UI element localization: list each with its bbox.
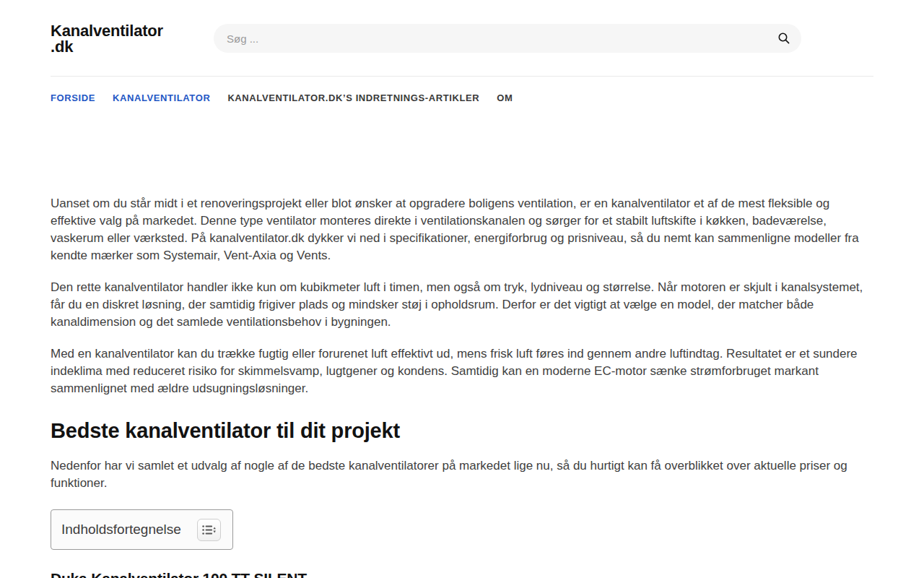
toc-toggle-button[interactable] [197, 519, 221, 541]
nav-item-forside[interactable]: FORSIDE [51, 92, 95, 103]
search-icon [777, 32, 790, 45]
toc-title: Indholdsfortegnelse [61, 522, 181, 538]
product-heading-duka-100-tt-silent: Duka Kanalventilator 100 TT SILENT [51, 570, 873, 578]
nav-item-om[interactable]: OM [497, 92, 513, 103]
search-input[interactable] [214, 24, 801, 53]
toc-toggle-icon [202, 525, 216, 535]
section-heading-bedste-kanalventilator: Bedste kanalventilator til dit projekt [51, 419, 873, 443]
nav-item-indretnings-artikler[interactable]: KANALVENTILATOR.DK’S INDRETNINGS-ARTIKLE… [227, 92, 479, 103]
section-intro-paragraph: Nedenfor har vi samlet et udvalg af nogl… [51, 457, 873, 492]
page-container: Kanalventilator .dk FORSIDE KANALVENTILA… [51, 0, 873, 578]
article-content: Uanset om du står midt i et renoveringsp… [51, 195, 873, 578]
search-form [214, 24, 801, 53]
intro-paragraph-2: Den rette kanalventilator handler ikke k… [51, 279, 873, 331]
search-button[interactable] [772, 27, 796, 50]
table-of-contents-box: Indholdsfortegnelse [51, 509, 233, 550]
intro-paragraph-3: Med en kanalventilator kan du trække fug… [51, 345, 873, 397]
main-nav: FORSIDE KANALVENTILATOR KANALVENTILATOR.… [51, 77, 873, 113]
nav-item-kanalventilator[interactable]: KANALVENTILATOR [113, 92, 210, 103]
site-logo[interactable]: Kanalventilator .dk [51, 23, 214, 55]
intro-paragraph-1: Uanset om du står midt i et renoveringsp… [51, 195, 873, 264]
site-header: Kanalventilator .dk [51, 0, 873, 77]
